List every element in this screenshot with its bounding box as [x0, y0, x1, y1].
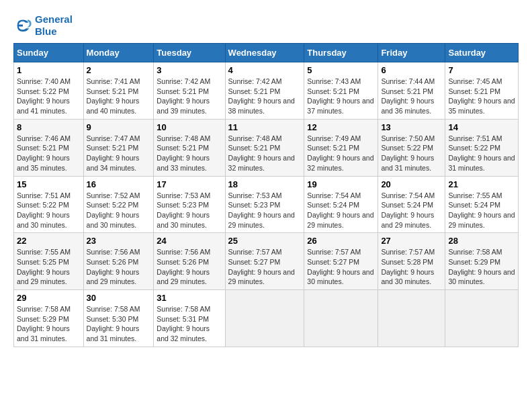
day-number: 11 — [228, 122, 302, 132]
calendar-cell: 13 Sunrise: 7:50 AMSunset: 5:22 PMDaylig… — [378, 119, 445, 176]
day-number: 19 — [307, 179, 375, 189]
day-number: 16 — [87, 179, 151, 189]
column-header-friday: Friday — [378, 44, 445, 62]
calendar-cell: 6 Sunrise: 7:44 AMSunset: 5:21 PMDayligh… — [378, 62, 445, 120]
column-header-tuesday: Tuesday — [154, 44, 225, 62]
calendar-cell — [225, 290, 304, 347]
calendar-cell: 5 Sunrise: 7:43 AMSunset: 5:21 PMDayligh… — [304, 62, 378, 120]
day-info: Sunrise: 7:53 AMSunset: 5:23 PMDaylight:… — [228, 191, 302, 230]
day-number: 28 — [448, 236, 515, 246]
day-info: Sunrise: 7:57 AMSunset: 5:28 PMDaylight:… — [381, 247, 442, 287]
calendar-cell: 4 Sunrise: 7:42 AMSunset: 5:21 PMDayligh… — [225, 62, 304, 120]
day-info: Sunrise: 7:52 AMSunset: 5:22 PMDaylight:… — [87, 191, 151, 230]
calendar-cell: 21 Sunrise: 7:55 AMSunset: 5:24 PMDaylig… — [445, 176, 519, 233]
day-info: Sunrise: 7:58 AMSunset: 5:30 PMDaylight:… — [87, 304, 151, 344]
day-number: 17 — [157, 179, 222, 189]
day-number: 22 — [17, 236, 81, 246]
calendar-cell: 27 Sunrise: 7:57 AMSunset: 5:28 PMDaylig… — [378, 233, 445, 290]
day-info: Sunrise: 7:48 AMSunset: 5:21 PMDaylight:… — [157, 134, 222, 173]
week-row-3: 15 Sunrise: 7:51 AMSunset: 5:22 PMDaylig… — [14, 176, 519, 233]
day-number: 21 — [448, 179, 515, 189]
calendar-cell: 31 Sunrise: 7:58 AMSunset: 5:31 PMDaylig… — [154, 290, 225, 347]
calendar-cell: 9 Sunrise: 7:47 AMSunset: 5:21 PMDayligh… — [83, 119, 154, 176]
calendar-cell: 11 Sunrise: 7:48 AMSunset: 5:21 PMDaylig… — [225, 119, 304, 176]
calendar-cell: 19 Sunrise: 7:54 AMSunset: 5:24 PMDaylig… — [304, 176, 378, 233]
logo: GeneralBlue — [13, 13, 73, 38]
calendar-cell: 2 Sunrise: 7:41 AMSunset: 5:21 PMDayligh… — [83, 62, 154, 120]
column-header-sunday: Sunday — [14, 44, 84, 62]
header-row: SundayMondayTuesdayWednesdayThursdayFrid… — [14, 44, 519, 62]
day-info: Sunrise: 7:44 AMSunset: 5:21 PMDaylight:… — [381, 77, 442, 116]
day-number: 1 — [17, 65, 81, 75]
day-info: Sunrise: 7:41 AMSunset: 5:21 PMDaylight:… — [87, 77, 151, 116]
day-number: 4 — [228, 65, 302, 75]
day-info: Sunrise: 7:45 AMSunset: 5:21 PMDaylight:… — [448, 77, 515, 116]
day-number: 10 — [157, 122, 222, 132]
day-info: Sunrise: 7:43 AMSunset: 5:21 PMDaylight:… — [307, 77, 375, 116]
calendar-cell: 29 Sunrise: 7:58 AMSunset: 5:29 PMDaylig… — [14, 290, 84, 347]
calendar-cell: 20 Sunrise: 7:54 AMSunset: 5:24 PMDaylig… — [378, 176, 445, 233]
day-info: Sunrise: 7:58 AMSunset: 5:29 PMDaylight:… — [448, 247, 515, 287]
calendar-cell — [378, 290, 445, 347]
day-number: 8 — [17, 122, 81, 132]
calendar-cell: 7 Sunrise: 7:45 AMSunset: 5:21 PMDayligh… — [445, 62, 519, 120]
day-info: Sunrise: 7:48 AMSunset: 5:21 PMDaylight:… — [228, 134, 302, 173]
day-info: Sunrise: 7:51 AMSunset: 5:22 PMDaylight:… — [17, 191, 81, 230]
week-row-5: 29 Sunrise: 7:58 AMSunset: 5:29 PMDaylig… — [14, 290, 519, 347]
column-header-thursday: Thursday — [304, 44, 378, 62]
calendar-cell: 12 Sunrise: 7:49 AMSunset: 5:21 PMDaylig… — [304, 119, 378, 176]
logo-line2: Blue — [35, 26, 73, 38]
day-info: Sunrise: 7:54 AMSunset: 5:24 PMDaylight:… — [381, 191, 442, 230]
day-info: Sunrise: 7:56 AMSunset: 5:26 PMDaylight:… — [157, 247, 222, 287]
calendar-cell: 22 Sunrise: 7:55 AMSunset: 5:25 PMDaylig… — [14, 233, 84, 290]
day-number: 31 — [157, 293, 222, 303]
calendar-cell: 1 Sunrise: 7:40 AMSunset: 5:22 PMDayligh… — [14, 62, 84, 120]
day-info: Sunrise: 7:42 AMSunset: 5:21 PMDaylight:… — [157, 77, 222, 116]
day-number: 30 — [87, 293, 151, 303]
day-number: 13 — [381, 122, 442, 132]
day-number: 14 — [448, 122, 515, 132]
column-header-monday: Monday — [83, 44, 154, 62]
calendar-cell: 14 Sunrise: 7:51 AMSunset: 5:22 PMDaylig… — [445, 119, 519, 176]
logo-text: GeneralBlue — [35, 13, 73, 38]
calendar-cell: 23 Sunrise: 7:56 AMSunset: 5:26 PMDaylig… — [83, 233, 154, 290]
day-info: Sunrise: 7:40 AMSunset: 5:22 PMDaylight:… — [17, 77, 81, 116]
day-number: 29 — [17, 293, 81, 303]
day-number: 20 — [381, 179, 442, 189]
week-row-2: 8 Sunrise: 7:46 AMSunset: 5:21 PMDayligh… — [14, 119, 519, 176]
calendar-cell — [304, 290, 378, 347]
day-number: 26 — [307, 236, 375, 246]
week-row-1: 1 Sunrise: 7:40 AMSunset: 5:22 PMDayligh… — [14, 62, 519, 120]
day-number: 23 — [87, 236, 151, 246]
calendar-cell: 10 Sunrise: 7:48 AMSunset: 5:21 PMDaylig… — [154, 119, 225, 176]
day-info: Sunrise: 7:51 AMSunset: 5:22 PMDaylight:… — [448, 134, 515, 173]
day-info: Sunrise: 7:55 AMSunset: 5:25 PMDaylight:… — [17, 247, 81, 287]
calendar-table: SundayMondayTuesdayWednesdayThursdayFrid… — [13, 43, 519, 347]
day-number: 6 — [381, 65, 442, 75]
calendar-cell: 16 Sunrise: 7:52 AMSunset: 5:22 PMDaylig… — [83, 176, 154, 233]
day-number: 18 — [228, 179, 302, 189]
day-number: 15 — [17, 179, 81, 189]
day-number: 24 — [157, 236, 222, 246]
calendar-cell: 3 Sunrise: 7:42 AMSunset: 5:21 PMDayligh… — [154, 62, 225, 120]
day-number: 9 — [87, 122, 151, 132]
day-info: Sunrise: 7:58 AMSunset: 5:31 PMDaylight:… — [157, 304, 222, 344]
calendar-cell: 18 Sunrise: 7:53 AMSunset: 5:23 PMDaylig… — [225, 176, 304, 233]
day-number: 7 — [448, 65, 515, 75]
calendar-cell: 28 Sunrise: 7:58 AMSunset: 5:29 PMDaylig… — [445, 233, 519, 290]
day-info: Sunrise: 7:57 AMSunset: 5:27 PMDaylight:… — [307, 247, 375, 287]
day-number: 12 — [307, 122, 375, 132]
day-info: Sunrise: 7:53 AMSunset: 5:23 PMDaylight:… — [157, 191, 222, 230]
logo-icon — [13, 16, 32, 35]
calendar-cell: 17 Sunrise: 7:53 AMSunset: 5:23 PMDaylig… — [154, 176, 225, 233]
day-info: Sunrise: 7:42 AMSunset: 5:21 PMDaylight:… — [228, 77, 302, 116]
calendar-cell: 24 Sunrise: 7:56 AMSunset: 5:26 PMDaylig… — [154, 233, 225, 290]
day-info: Sunrise: 7:56 AMSunset: 5:26 PMDaylight:… — [87, 247, 151, 287]
day-number: 25 — [228, 236, 302, 246]
calendar-cell: 30 Sunrise: 7:58 AMSunset: 5:30 PMDaylig… — [83, 290, 154, 347]
day-info: Sunrise: 7:54 AMSunset: 5:24 PMDaylight:… — [307, 191, 375, 230]
day-number: 3 — [157, 65, 222, 75]
logo-line1: General — [35, 13, 73, 26]
day-number: 2 — [87, 65, 151, 75]
calendar-cell: 26 Sunrise: 7:57 AMSunset: 5:27 PMDaylig… — [304, 233, 378, 290]
